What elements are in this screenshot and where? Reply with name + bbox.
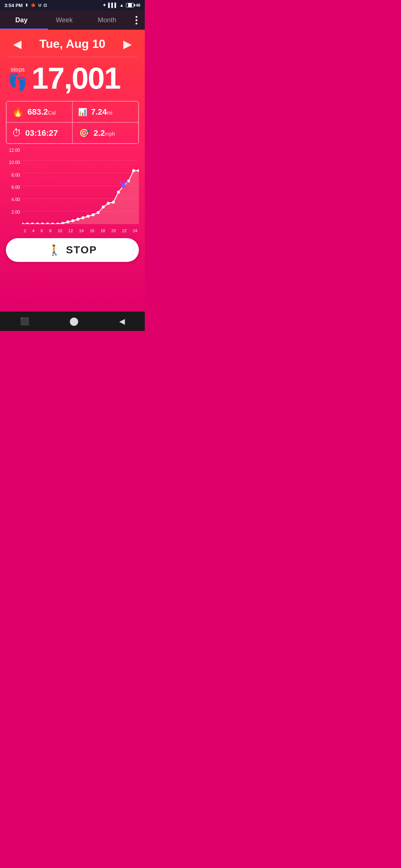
app-icon: U: [38, 3, 41, 7]
stat-distance: 📊 7.24mi: [72, 101, 138, 122]
stat-calories: 🔥 683.2Cal: [6, 101, 72, 122]
speedometer-icon: 🎯: [78, 127, 90, 139]
status-time: 3:54 PM: [4, 3, 23, 8]
svg-point-10: [31, 223, 34, 224]
svg-point-14: [51, 223, 54, 224]
y-label-6: 6.00: [12, 185, 20, 190]
chart-y-labels: 12.00 10.00 8.00 6.00 4.00 2.00: [6, 148, 22, 222]
svg-point-25: [107, 202, 110, 205]
battery-percent: 48: [136, 3, 140, 7]
menu-dot-1: [136, 16, 137, 18]
screen-icon: ⊡: [43, 3, 47, 8]
battery-indicator: [126, 3, 134, 7]
svg-point-18: [71, 219, 74, 222]
signal-icon: ▌▌▌: [108, 3, 118, 8]
svg-point-13: [46, 223, 49, 224]
y-label-2: 2.00: [12, 210, 20, 215]
status-left: 3:54 PM ⬆ 🍁 U ⊡: [4, 3, 47, 8]
chart-container: 12.00 10.00 8.00 6.00 4.00 2.00: [6, 148, 139, 233]
x-label-12: 12: [68, 228, 73, 233]
recents-nav-button[interactable]: ◀: [119, 317, 125, 326]
home-nav-button[interactable]: ⬤: [69, 316, 79, 326]
footprint-icon: 👣: [7, 74, 28, 90]
svg-text:6.66: 6.66: [120, 180, 128, 185]
svg-point-19: [76, 218, 79, 221]
steps-section: steps 👣 17,001: [0, 57, 145, 97]
svg-point-30: [132, 169, 135, 172]
svg-point-16: [61, 222, 64, 224]
bluetooth-icon: ✦: [102, 3, 106, 8]
flame-icon: 🔥: [12, 106, 24, 118]
y-label-10: 10.00: [9, 160, 20, 165]
person-walking-icon: 🚶: [48, 244, 61, 256]
tab-month[interactable]: Month: [86, 11, 128, 29]
calories-value: 683.2Cal: [27, 107, 56, 117]
y-label-8: 8.00: [12, 172, 20, 178]
y-label-4: 4.00: [12, 197, 20, 202]
y-label-12: 12.00: [9, 148, 20, 153]
menu-dot-3: [136, 23, 137, 24]
wifi-icon: ▲: [120, 3, 124, 8]
stop-button[interactable]: 🚶 STOP: [6, 238, 139, 262]
chart-x-labels: 2 4 6 8 10 12 14 16 18 20 22 24: [22, 228, 139, 233]
svg-point-9: [26, 223, 29, 224]
x-label-24: 24: [133, 228, 137, 233]
svg-point-20: [82, 216, 85, 219]
upload-icon: ⬆: [25, 3, 28, 8]
tab-bar: Day Week Month: [0, 10, 145, 30]
current-date: Tue, Aug 10: [27, 37, 118, 51]
x-label-14: 14: [79, 228, 84, 233]
main-content: ◀ Tue, Aug 10 ▶ steps 👣 17,001 🔥 683.2Ca…: [0, 30, 145, 312]
stats-grid: 🔥 683.2Cal 📊 7.24mi ⏱ 03:16:27 🎯 2.2mph: [6, 101, 139, 144]
steps-icon-group: steps 👣: [7, 66, 28, 90]
back-nav-button[interactable]: ⬛: [20, 317, 29, 326]
bottom-navigation: ⬛ ⬤ ◀: [0, 312, 145, 331]
menu-dot-2: [136, 19, 137, 21]
steps-count: 17,001: [32, 63, 120, 93]
status-bar: 3:54 PM ⬆ 🍁 U ⊡ ✦ ▌▌▌ ▲ 48: [0, 0, 145, 10]
svg-marker-7: [22, 171, 139, 224]
chart-area: 12.00 10.00 8.00 6.00 4.00 2.00: [6, 148, 139, 233]
stat-speed: 🎯 2.2mph: [72, 122, 138, 144]
svg-point-23: [97, 211, 100, 214]
stat-time: ⏱ 03:16:27: [6, 122, 72, 144]
speed-value: 2.2mph: [94, 128, 115, 138]
prev-date-button[interactable]: ◀: [7, 36, 27, 52]
x-label-2: 2: [24, 228, 26, 233]
svg-point-26: [112, 201, 115, 204]
date-navigation: ◀ Tue, Aug 10 ▶: [0, 30, 145, 57]
svg-point-11: [36, 223, 39, 224]
svg-point-15: [56, 223, 59, 224]
x-label-6: 6: [41, 228, 43, 233]
svg-point-21: [87, 215, 89, 218]
svg-point-17: [66, 220, 69, 223]
timer-icon: ⏱: [12, 127, 22, 139]
svg-point-8: [22, 223, 24, 224]
x-label-8: 8: [49, 228, 51, 233]
x-label-10: 10: [58, 228, 62, 233]
status-right: ✦ ▌▌▌ ▲ 48: [102, 3, 140, 8]
svg-point-12: [41, 223, 44, 224]
svg-point-22: [92, 213, 95, 216]
time-value: 03:16:27: [25, 128, 58, 138]
x-label-20: 20: [111, 228, 116, 233]
x-label-16: 16: [90, 228, 94, 233]
svg-point-24: [102, 206, 105, 208]
steps-label: steps: [10, 66, 25, 73]
menu-button[interactable]: [128, 11, 145, 30]
stop-label: STOP: [66, 244, 97, 256]
svg-point-27: [117, 191, 120, 194]
tab-day[interactable]: Day: [0, 11, 43, 29]
distance-value: 7.24mi: [91, 107, 113, 117]
chart-svg: 6.66: [22, 148, 139, 224]
x-label-4: 4: [32, 228, 35, 233]
ruler-icon: 📊: [78, 108, 87, 116]
x-label-18: 18: [101, 228, 105, 233]
next-date-button[interactable]: ▶: [118, 36, 137, 52]
notification-icon: 🍁: [30, 3, 36, 8]
x-label-22: 22: [122, 228, 127, 233]
tab-week[interactable]: Week: [43, 11, 85, 29]
